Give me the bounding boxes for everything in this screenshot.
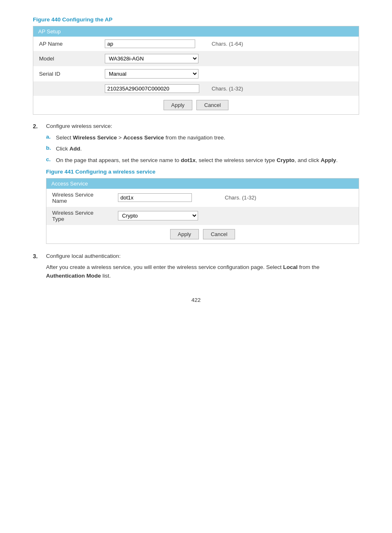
figure-441-box: Access Service Wireless Service Name Cha… (46, 178, 359, 244)
table-row: Wireless Service Type Crypto (46, 207, 359, 225)
serial-id-hint (206, 66, 359, 81)
figure-440-btn-row: Apply Cancel (33, 96, 359, 114)
ap-name-field[interactable] (99, 37, 206, 51)
figure-440-apply-button[interactable]: Apply (164, 100, 193, 110)
figure-441-btn-row: Apply Cancel (46, 225, 359, 243)
figure-441-apply-button[interactable]: Apply (170, 229, 199, 239)
ws-type-hint (219, 207, 359, 225)
table-row: AP Name Chars. (1-64) (33, 37, 359, 51)
serial-value-input[interactable] (105, 84, 199, 93)
serial-id-label: Serial ID (33, 66, 99, 81)
serial-value-hint: Chars. (1-32) (206, 81, 359, 96)
figure-440-title: Figure 440 Configuring the AP (33, 16, 359, 23)
step-2-intro: Configure wireless service: (46, 123, 112, 129)
sub-step-c: c. On the page that appears, set the ser… (46, 156, 359, 165)
step-3-text: After you create a wireless service, you… (46, 263, 359, 280)
serial-value-label (33, 81, 99, 96)
figure-441-cancel-button[interactable]: Cancel (203, 229, 235, 239)
ap-name-label: AP Name (33, 37, 99, 51)
model-hint (206, 51, 359, 66)
step-3-intro: Configure local authentication: (46, 253, 121, 259)
serial-value-field[interactable] (99, 81, 206, 96)
model-select[interactable]: WA3628i-AGN (105, 54, 198, 63)
figure-441-header: Access Service (46, 178, 359, 189)
figure-440-header: AP Setup (33, 26, 359, 37)
table-row: Chars. (1-32) (33, 81, 359, 96)
page-number: 422 (33, 297, 359, 303)
ap-name-input[interactable] (105, 39, 195, 48)
sub-step-c-letter: c. (46, 156, 56, 165)
serial-id-field[interactable]: Manual (99, 66, 206, 81)
figure-441-section: Figure 441 Configuring a wireless servic… (46, 169, 359, 244)
step-2-num: 2. (33, 123, 46, 130)
step-2-sub-list: a. Select Wireless Service > Access Serv… (46, 134, 359, 244)
figure-441-table: Wireless Service Name Chars. (1-32) Wire… (46, 189, 359, 225)
ws-name-hint: Chars. (1-32) (219, 189, 359, 207)
table-row: Serial ID Manual (33, 66, 359, 81)
sub-step-a-content: Select Wireless Service > Access Service… (56, 134, 225, 142)
ws-name-label: Wireless Service Name (46, 189, 112, 207)
figure-440-section: Figure 440 Configuring the AP AP Setup A… (33, 16, 359, 115)
sub-step-b-content: Click Add. (56, 145, 82, 153)
serial-id-select[interactable]: Manual (105, 69, 198, 79)
sub-step-a-letter: a. (46, 134, 56, 142)
step-3-para: After you create a wireless service, you… (46, 263, 359, 280)
sub-step-a: a. Select Wireless Service > Access Serv… (46, 134, 359, 142)
sub-step-b-letter: b. (46, 145, 56, 153)
figure-440-table: AP Name Chars. (1-64) Model WA3628i-AGN … (33, 37, 359, 96)
step-2-section: 2. Configure wireless service: a. Select… (33, 123, 359, 244)
table-row: Model WA3628i-AGN (33, 51, 359, 66)
ws-type-label: Wireless Service Type (46, 207, 112, 225)
ws-type-select[interactable]: Crypto (118, 211, 198, 220)
step-3-num: 3. (33, 253, 46, 260)
ws-type-field[interactable]: Crypto (112, 207, 219, 225)
ap-name-hint: Chars. (1-64) (206, 37, 359, 51)
figure-440-box: AP Setup AP Name Chars. (1-64) Model WA3… (33, 26, 359, 115)
ws-name-field[interactable] (112, 189, 219, 207)
model-field[interactable]: WA3628i-AGN (99, 51, 206, 66)
step-3-section: 3. Configure local authentication: After… (33, 253, 359, 280)
model-label: Model (33, 51, 99, 66)
table-row: Wireless Service Name Chars. (1-32) (46, 189, 359, 207)
figure-440-cancel-button[interactable]: Cancel (196, 100, 228, 110)
ws-name-input[interactable] (118, 193, 192, 202)
sub-step-b: b. Click Add. (46, 145, 359, 153)
sub-step-c-content: On the page that appears, set the servic… (56, 156, 338, 165)
figure-441-title: Figure 441 Configuring a wireless servic… (46, 169, 359, 175)
